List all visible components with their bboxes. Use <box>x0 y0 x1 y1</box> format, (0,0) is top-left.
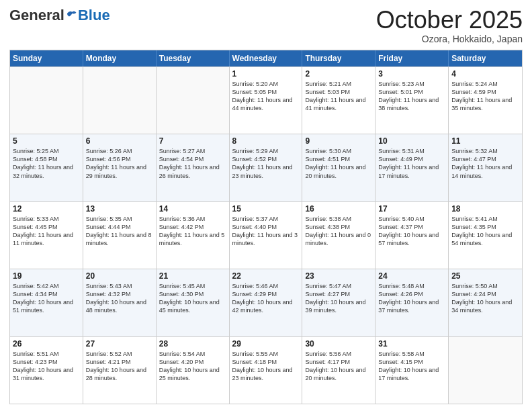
day-info: Sunrise: 5:58 AM Sunset: 4:15 PM Dayligh… <box>378 350 445 383</box>
day-info: Sunrise: 5:46 AM Sunset: 4:29 PM Dayligh… <box>232 282 300 315</box>
day-number: 31 <box>378 339 445 349</box>
day-number: 8 <box>232 136 300 146</box>
day-number: 23 <box>305 271 372 281</box>
cal-cell-day-17: 17Sunrise: 5:40 AM Sunset: 4:37 PM Dayli… <box>375 202 449 269</box>
day-info: Sunrise: 5:36 AM Sunset: 4:42 PM Dayligh… <box>159 215 226 248</box>
cal-cell-day-19: 19Sunrise: 5:42 AM Sunset: 4:34 PM Dayli… <box>10 269 83 336</box>
logo-bird-icon <box>65 9 77 21</box>
day-info: Sunrise: 5:41 AM Sunset: 4:35 PM Dayligh… <box>451 215 519 248</box>
logo-text: General Blue <box>9 7 110 24</box>
cal-row-2: 12Sunrise: 5:33 AM Sunset: 4:45 PM Dayli… <box>10 201 522 269</box>
cal-cell-day-11: 11Sunrise: 5:32 AM Sunset: 4:47 PM Dayli… <box>449 134 522 201</box>
day-info: Sunrise: 5:48 AM Sunset: 4:26 PM Dayligh… <box>378 282 445 315</box>
day-info: Sunrise: 5:55 AM Sunset: 4:18 PM Dayligh… <box>232 350 300 383</box>
cal-row-1: 5Sunrise: 5:25 AM Sunset: 4:58 PM Daylig… <box>10 134 522 201</box>
day-info: Sunrise: 5:56 AM Sunset: 4:17 PM Dayligh… <box>305 350 372 383</box>
title-block: October 2025 Ozora, Hokkaido, Japan <box>376 7 523 44</box>
day-info: Sunrise: 5:47 AM Sunset: 4:27 PM Dayligh… <box>305 282 372 315</box>
cal-cell-day-27: 27Sunrise: 5:52 AM Sunset: 4:21 PM Dayli… <box>83 337 157 404</box>
day-info: Sunrise: 5:54 AM Sunset: 4:20 PM Dayligh… <box>159 350 226 383</box>
cal-cell-day-5: 5Sunrise: 5:25 AM Sunset: 4:58 PM Daylig… <box>10 134 83 201</box>
cal-cell-day-25: 25Sunrise: 5:50 AM Sunset: 4:24 PM Dayli… <box>449 269 522 336</box>
day-number: 6 <box>86 136 153 146</box>
day-info: Sunrise: 5:51 AM Sunset: 4:23 PM Dayligh… <box>13 350 80 383</box>
day-info: Sunrise: 5:21 AM Sunset: 5:03 PM Dayligh… <box>305 80 372 113</box>
day-info: Sunrise: 5:30 AM Sunset: 4:51 PM Dayligh… <box>305 147 372 180</box>
cal-header-monday: Monday <box>83 50 157 66</box>
cal-cell-day-20: 20Sunrise: 5:43 AM Sunset: 4:32 PM Dayli… <box>83 269 157 336</box>
day-number: 10 <box>378 136 445 146</box>
page: General Blue October 2025 Ozora, Hokkaid… <box>0 0 532 411</box>
cal-header-saturday: Saturday <box>449 50 522 66</box>
day-number: 26 <box>13 339 80 349</box>
day-info: Sunrise: 5:37 AM Sunset: 4:40 PM Dayligh… <box>232 215 300 248</box>
day-info: Sunrise: 5:32 AM Sunset: 4:47 PM Dayligh… <box>451 147 519 180</box>
cal-cell-day-23: 23Sunrise: 5:47 AM Sunset: 4:27 PM Dayli… <box>302 269 375 336</box>
day-number: 11 <box>451 136 519 146</box>
cal-header-thursday: Thursday <box>302 50 375 66</box>
day-info: Sunrise: 5:45 AM Sunset: 4:30 PM Dayligh… <box>159 282 226 315</box>
cal-cell-day-30: 30Sunrise: 5:56 AM Sunset: 4:17 PM Dayli… <box>302 337 375 404</box>
cal-cell-day-8: 8Sunrise: 5:29 AM Sunset: 4:52 PM Daylig… <box>230 134 303 201</box>
day-number: 30 <box>305 339 372 349</box>
day-number: 29 <box>232 339 300 349</box>
cal-cell-day-24: 24Sunrise: 5:48 AM Sunset: 4:26 PM Dayli… <box>375 269 449 336</box>
day-number: 7 <box>159 136 226 146</box>
cal-cell-day-9: 9Sunrise: 5:30 AM Sunset: 4:51 PM Daylig… <box>302 134 375 201</box>
cal-cell-day-22: 22Sunrise: 5:46 AM Sunset: 4:29 PM Dayli… <box>230 269 303 336</box>
day-info: Sunrise: 5:27 AM Sunset: 4:54 PM Dayligh… <box>159 147 226 180</box>
month-title: October 2025 <box>376 7 523 34</box>
cal-cell-day-3: 3Sunrise: 5:23 AM Sunset: 5:01 PM Daylig… <box>375 67 449 134</box>
day-info: Sunrise: 5:24 AM Sunset: 4:59 PM Dayligh… <box>451 80 519 113</box>
cal-row-0: 1Sunrise: 5:20 AM Sunset: 5:05 PM Daylig… <box>10 66 522 134</box>
cal-cell-empty <box>83 67 157 134</box>
day-number: 3 <box>378 69 445 79</box>
cal-cell-day-12: 12Sunrise: 5:33 AM Sunset: 4:45 PM Dayli… <box>10 202 83 269</box>
cal-cell-day-14: 14Sunrise: 5:36 AM Sunset: 4:42 PM Dayli… <box>157 202 230 269</box>
cal-cell-empty <box>10 67 83 134</box>
day-info: Sunrise: 5:31 AM Sunset: 4:49 PM Dayligh… <box>378 147 445 180</box>
day-info: Sunrise: 5:23 AM Sunset: 5:01 PM Dayligh… <box>378 80 445 113</box>
cal-cell-day-10: 10Sunrise: 5:31 AM Sunset: 4:49 PM Dayli… <box>375 134 449 201</box>
day-info: Sunrise: 5:29 AM Sunset: 4:52 PM Dayligh… <box>232 147 300 180</box>
logo: General Blue <box>9 7 110 24</box>
cal-header-wednesday: Wednesday <box>230 50 303 66</box>
cal-cell-day-16: 16Sunrise: 5:38 AM Sunset: 4:38 PM Dayli… <box>302 202 375 269</box>
cal-cell-day-13: 13Sunrise: 5:35 AM Sunset: 4:44 PM Dayli… <box>83 202 157 269</box>
cal-cell-empty <box>157 67 230 134</box>
cal-cell-day-6: 6Sunrise: 5:26 AM Sunset: 4:56 PM Daylig… <box>83 134 157 201</box>
day-info: Sunrise: 5:50 AM Sunset: 4:24 PM Dayligh… <box>451 282 519 315</box>
cal-cell-day-31: 31Sunrise: 5:58 AM Sunset: 4:15 PM Dayli… <box>375 337 449 404</box>
day-info: Sunrise: 5:43 AM Sunset: 4:32 PM Dayligh… <box>86 282 153 315</box>
day-number: 19 <box>13 271 80 281</box>
day-number: 16 <box>305 204 372 214</box>
day-number: 25 <box>451 271 519 281</box>
day-info: Sunrise: 5:52 AM Sunset: 4:21 PM Dayligh… <box>86 350 153 383</box>
cal-row-3: 19Sunrise: 5:42 AM Sunset: 4:34 PM Dayli… <box>10 269 522 336</box>
day-number: 5 <box>13 136 80 146</box>
day-info: Sunrise: 5:35 AM Sunset: 4:44 PM Dayligh… <box>86 215 153 248</box>
day-number: 22 <box>232 271 300 281</box>
cal-cell-day-29: 29Sunrise: 5:55 AM Sunset: 4:18 PM Dayli… <box>230 337 303 404</box>
cal-header-friday: Friday <box>375 50 449 66</box>
cal-header-tuesday: Tuesday <box>157 50 230 66</box>
day-number: 4 <box>451 69 519 79</box>
calendar-body: 1Sunrise: 5:20 AM Sunset: 5:05 PM Daylig… <box>10 66 522 404</box>
cal-cell-day-28: 28Sunrise: 5:54 AM Sunset: 4:20 PM Dayli… <box>157 337 230 404</box>
header: General Blue October 2025 Ozora, Hokkaid… <box>9 7 523 44</box>
day-number: 20 <box>86 271 153 281</box>
cal-cell-day-18: 18Sunrise: 5:41 AM Sunset: 4:35 PM Dayli… <box>449 202 522 269</box>
day-number: 28 <box>159 339 226 349</box>
day-number: 13 <box>86 204 153 214</box>
day-number: 2 <box>305 69 372 79</box>
day-number: 18 <box>451 204 519 214</box>
day-number: 1 <box>232 69 300 79</box>
day-info: Sunrise: 5:42 AM Sunset: 4:34 PM Dayligh… <box>13 282 80 315</box>
calendar: SundayMondayTuesdayWednesdayThursdayFrid… <box>9 50 523 404</box>
day-number: 17 <box>378 204 445 214</box>
cal-cell-day-4: 4Sunrise: 5:24 AM Sunset: 4:59 PM Daylig… <box>449 67 522 134</box>
location: Ozora, Hokkaido, Japan <box>376 34 523 44</box>
day-number: 21 <box>159 271 226 281</box>
day-number: 27 <box>86 339 153 349</box>
cal-cell-day-2: 2Sunrise: 5:21 AM Sunset: 5:03 PM Daylig… <box>302 67 375 134</box>
